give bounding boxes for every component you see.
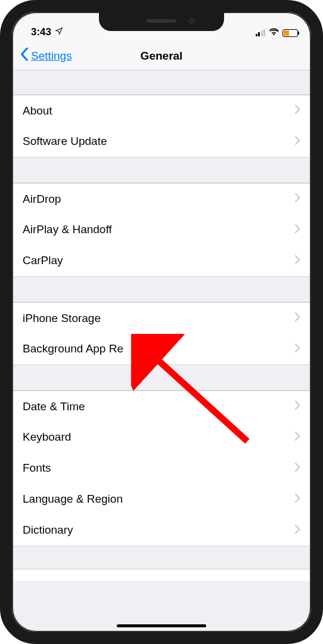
speaker-grille — [147, 19, 176, 23]
volume-up-button — [0, 143, 1, 185]
chevron-right-icon — [295, 401, 300, 412]
group-spacer — [12, 365, 311, 390]
row-keyboard[interactable]: Keyboard — [12, 422, 311, 453]
row-label: Dictionary — [23, 524, 295, 537]
chevron-right-icon — [295, 525, 300, 536]
cellular-signal-icon — [256, 29, 266, 36]
chevron-right-icon — [295, 463, 300, 474]
chevron-right-icon — [295, 432, 300, 443]
back-label: Settings — [31, 49, 72, 63]
nav-header: Settings General — [12, 42, 311, 70]
row-label: Fonts — [23, 462, 295, 475]
row-label: Keyboard — [23, 431, 295, 444]
chevron-left-icon — [20, 48, 29, 64]
chevron-right-icon — [295, 105, 300, 116]
front-camera — [188, 18, 194, 24]
page-title: General — [141, 49, 183, 63]
row-about[interactable]: About — [12, 95, 311, 126]
location-arrow-icon — [55, 26, 63, 38]
row-label: Date & Time — [23, 400, 295, 413]
row-label: Background App Re — [23, 342, 295, 355]
row-partial-cutoff[interactable] — [12, 569, 311, 581]
status-right — [256, 27, 299, 38]
row-label: About — [23, 104, 295, 117]
chevron-right-icon — [295, 193, 300, 205]
settings-group-4: Date & Time Keyboard Fonts Language & Re… — [12, 390, 311, 546]
status-left: 3:43 — [31, 26, 63, 38]
row-background-app-refresh[interactable]: Background App Re — [12, 333, 311, 364]
chevron-right-icon — [295, 494, 300, 505]
settings-group-3: iPhone Storage Background App Re — [12, 302, 311, 365]
row-label: Software Update — [23, 135, 295, 148]
row-airdrop[interactable]: AirDrop — [12, 183, 311, 214]
home-indicator[interactable] — [117, 624, 206, 627]
chevron-right-icon — [295, 343, 300, 355]
row-label: AirDrop — [23, 193, 295, 206]
row-language-region[interactable]: Language & Region — [12, 484, 311, 515]
chevron-right-icon — [295, 224, 300, 236]
row-label: Language & Region — [23, 493, 295, 506]
row-date-time[interactable]: Date & Time — [12, 391, 311, 422]
volume-mute-switch — [0, 107, 1, 131]
row-label: AirPlay & Handoff — [23, 223, 295, 236]
chevron-right-icon — [295, 136, 300, 147]
phone-screen: 3:43 Settings General — [12, 12, 311, 632]
row-dictionary[interactable]: Dictionary — [12, 515, 311, 546]
row-label: CarPlay — [23, 254, 295, 267]
chevron-right-icon — [295, 312, 300, 324]
group-spacer — [12, 157, 311, 182]
row-software-update[interactable]: Software Update — [12, 126, 311, 157]
chevron-right-icon — [295, 255, 300, 267]
row-label: iPhone Storage — [23, 312, 295, 325]
row-fonts[interactable]: Fonts — [12, 453, 311, 484]
settings-group-2: AirDrop AirPlay & Handoff CarPlay — [12, 182, 311, 277]
back-button[interactable]: Settings — [20, 48, 72, 64]
group-spacer — [12, 70, 311, 94]
volume-down-button — [0, 197, 1, 239]
row-carplay[interactable]: CarPlay — [12, 245, 311, 276]
row-iphone-storage[interactable]: iPhone Storage — [12, 302, 311, 333]
row-airplay-handoff[interactable]: AirPlay & Handoff — [12, 214, 311, 245]
settings-group-1: About Software Update — [12, 94, 311, 157]
settings-list: About Software Update AirDrop AirPlay & … — [12, 70, 311, 581]
phone-notch — [99, 11, 224, 31]
battery-icon — [282, 29, 298, 37]
group-spacer — [12, 277, 311, 302]
wifi-icon — [269, 27, 279, 38]
group-spacer — [12, 546, 311, 569]
status-time: 3:43 — [31, 26, 51, 38]
